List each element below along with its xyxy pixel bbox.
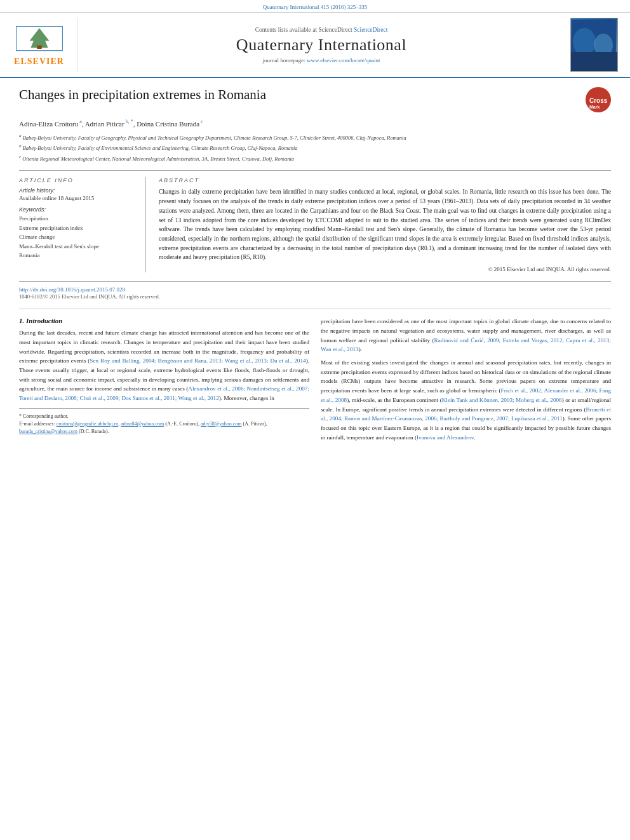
affiliation-c: c Oltenia Regional Meteorological Center… — [19, 154, 611, 163]
abstract-copyright: © 2015 Elsevier Ltd and INQUA. All right… — [159, 266, 611, 272]
journal-title-center: Contents lists available at ScienceDirec… — [84, 18, 559, 72]
keywords-list: Precipitation Extreme precipitation inde… — [19, 214, 136, 260]
article-info-label: ARTICLE INFO — [19, 177, 136, 183]
journal-header: ELSEVIER Contents lists available at Sci… — [0, 13, 630, 78]
ref-brunetti: Brunetti et al., 2004; Ramos and Martíne… — [321, 406, 611, 422]
svg-text:INTERNATIONAL: INTERNATIONAL — [574, 60, 594, 63]
doi-link[interactable]: http://dx.doi.org/10.1016/j.quaint.2015.… — [19, 286, 125, 293]
article-title: Changes in precipitation extremes in Rom… — [19, 87, 586, 103]
email-4-link[interactable]: burada_cristina@yahoo.com — [19, 429, 77, 434]
intro-paragraph-right-1: precipitation have been considered as on… — [321, 317, 611, 354]
author1-sup: a — [78, 119, 82, 124]
introduction-heading: 1. Introduction — [19, 317, 309, 324]
body-left-column: 1. Introduction During the last decades,… — [19, 317, 309, 446]
email-1-link[interactable]: croitoru@geografie.ubbcluj.ro — [57, 421, 119, 427]
abstract-label: ABSTRACT — [159, 177, 611, 183]
ref-alexandrov: Alexandrov et al., 2006; Nandintsetseg e… — [19, 385, 309, 401]
affiliation-b: b Babeş-Bolyai University, Faculty of En… — [19, 143, 611, 152]
elsevier-wordmark: ELSEVIER — [14, 57, 64, 67]
abstract-text: Changes in daily extreme precipitation h… — [159, 187, 611, 262]
keywords-label: Keywords: — [19, 206, 136, 213]
keyword-5: Romania — [19, 251, 136, 260]
svg-text:QUATERNARY: QUATERNARY — [574, 64, 596, 68]
svg-text:Mark: Mark — [589, 105, 600, 109]
ref-radinovic: Radinović and Ćurić, 2009; Estrela and V… — [321, 337, 611, 353]
ref-senroy: Sen Roy and Balling, 2004; Bengtsson and… — [90, 357, 305, 364]
contents-availability: Contents lists available at ScienceDirec… — [255, 27, 388, 33]
author3-name: Doina Cristina Burada — [137, 120, 199, 128]
ref-kleintank: Klein Tank and Können, 2003; Moberg et a… — [442, 397, 562, 403]
article-title-section: Changes in precipitation extremes in Rom… — [19, 87, 611, 112]
journal-homepage-line: journal homepage: www.elsevier.com/locat… — [263, 57, 380, 63]
crossmark-badge: Cross Mark — [586, 87, 611, 112]
author2-sup: b, * — [124, 119, 133, 124]
author3-sup: c — [199, 119, 203, 124]
corresponding-author-note: * Corresponding author. — [19, 413, 309, 420]
article-history-section: Article history: Available online 18 Aug… — [19, 187, 136, 201]
svg-rect-2 — [37, 45, 41, 48]
email-addresses-line: E-mail addresses: croitoru@geografie.ubb… — [19, 420, 309, 436]
svg-rect-7 — [572, 55, 616, 70]
article-history-value: Available online 18 August 2015 — [19, 195, 136, 201]
journal-reference-bar: Quaternary International 415 (2016) 325–… — [0, 0, 630, 13]
abstract-section: ABSTRACT Changes in daily extreme precip… — [159, 177, 611, 272]
keywords-section: Keywords: Precipitation Extreme precipit… — [19, 206, 136, 260]
email-2-link[interactable]: adina04@yahoo.com — [121, 421, 164, 427]
affiliation-a: a Babeş-Bolyai University, Faculty of Ge… — [19, 133, 611, 142]
journal-homepage-link[interactable]: www.elsevier.com/locate/quaint — [307, 57, 380, 63]
svg-point-6 — [594, 34, 613, 57]
journal-cover-image: QUATERNARY INTERNATIONAL — [570, 18, 618, 72]
main-content: Changes in precipitation extremes in Rom… — [0, 78, 630, 455]
journal-title-text: Quaternary International — [236, 36, 406, 55]
intro-paragraph-right-2: Most of the existing studies investigate… — [321, 358, 611, 442]
journal-reference-text: Quaternary International 415 (2016) 325–… — [263, 4, 367, 10]
intro-paragraph-1: During the last decades, recent and futu… — [19, 328, 309, 403]
ref-ivanova: Ivanova and Alexandrov, — [417, 434, 475, 441]
keyword-3: Climate change — [19, 232, 136, 241]
open-access-text: 1040-6182/© 2015 Elsevier Ltd and INQUA.… — [19, 293, 160, 300]
doi-section: http://dx.doi.org/10.1016/j.quaint.2015.… — [19, 281, 611, 300]
elsevier-logo-section: ELSEVIER — [8, 18, 77, 72]
authors-line: Adina-Eliza Croitoru a, Adrian Piticar b… — [19, 119, 611, 128]
author2-name: Adrian Piticar — [85, 120, 124, 128]
article-info-abstract-section: ARTICLE INFO Article history: Available … — [19, 170, 611, 272]
footnote-area: * Corresponding author. E-mail addresses… — [19, 408, 309, 436]
svg-text:Cross: Cross — [589, 97, 608, 104]
affiliations: a Babeş-Bolyai University, Faculty of Ge… — [19, 133, 611, 163]
author1-name: Adina-Eliza Croitoru — [19, 120, 78, 128]
email-3-link[interactable]: adiy58@yahoo.com — [201, 421, 241, 427]
article-history-label: Article history: — [19, 187, 136, 194]
body-right-column: precipitation have been considered as on… — [321, 317, 611, 446]
body-columns: 1. Introduction During the last decades,… — [19, 309, 611, 446]
elsevier-logo-svg — [11, 23, 68, 55]
svg-point-5 — [573, 28, 596, 56]
journal-cover-section: QUATERNARY INTERNATIONAL — [565, 18, 622, 72]
email-label: E-mail addresses: — [19, 421, 55, 427]
sciencedirect-link[interactable]: ScienceDirect — [354, 27, 387, 33]
keyword-4: Mann–Kendall test and Sen's slope — [19, 242, 136, 251]
article-info-panel: ARTICLE INFO Article history: Available … — [19, 177, 146, 272]
keyword-2: Extreme precipitation index — [19, 223, 136, 232]
keyword-1: Precipitation — [19, 214, 136, 223]
